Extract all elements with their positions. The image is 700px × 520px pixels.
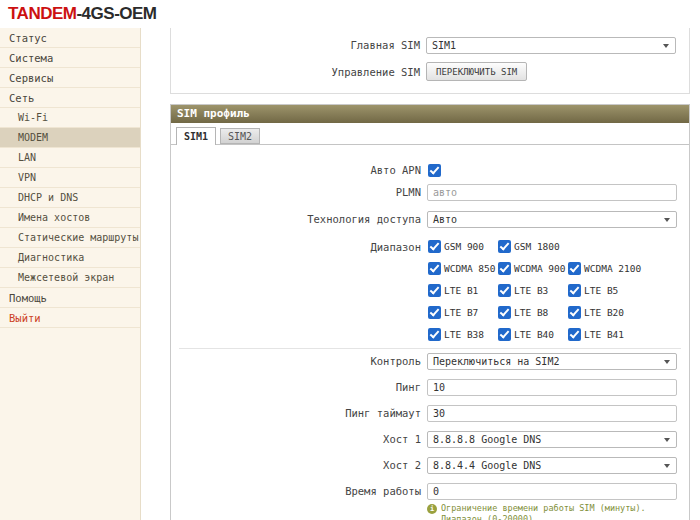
band-option[interactable]: LTE B38 [428,328,484,341]
app-header: TANDEM-4GS-OEM [0,0,700,28]
sim-control-label: Управление SIM [180,64,420,81]
band-row-lte-3: LTE B38 LTE B40 LTE B41 [428,328,678,342]
sidebar-item-logout[interactable]: Выйти [0,308,140,328]
band-checkbox[interactable] [428,284,441,297]
ping-input[interactable] [427,379,677,396]
band-row-wcdma: WCDMA 850 WCDMA 900 WCDMA 2100 [428,262,678,276]
band-checkbox[interactable] [428,306,441,319]
sidebar-item-diagnostics[interactable]: Диагностика [0,248,140,268]
band-checkbox[interactable] [498,306,511,319]
band-checkbox[interactable] [568,262,581,275]
band-checkbox[interactable] [498,284,511,297]
sidebar-item-status[interactable]: Статус [0,28,140,48]
band-option-label: LTE B38 [444,329,484,340]
sidebar-item-hostnames[interactable]: Имена хостов [0,208,140,228]
sidebar-nav: Статус Система Сервисы Сеть Wi-Fi MODEM … [0,28,141,520]
band-checkbox[interactable] [428,262,441,275]
band-option-label: LTE B1 [444,285,478,296]
sidebar-item-wifi[interactable]: Wi-Fi [0,108,140,128]
host2-select[interactable]: 8.8.4.4 Google DNS [427,457,677,474]
uptime-label: Время работы [181,483,421,500]
access-tech-select[interactable]: Авто [427,211,677,228]
plmn-input[interactable] [427,184,677,201]
band-option-label: GSM 900 [444,241,484,252]
logo: TANDEM-4GS-OEM [8,4,157,24]
band-checkbox[interactable] [568,328,581,341]
band-checkbox[interactable] [428,240,441,253]
access-tech-label: Технология доступа [181,211,421,228]
ping-timeout-label: Пинг таймаут [181,405,421,422]
band-option-label: LTE B5 [584,285,618,296]
band-option-label: LTE B8 [514,307,548,318]
band-option-label: LTE B3 [514,285,548,296]
band-checkbox[interactable] [498,262,511,275]
host1-label: Хост 1 [181,431,421,448]
logo-brand: TANDEM [8,4,76,23]
band-option[interactable]: LTE B1 [428,284,478,297]
sidebar-item-static-routes[interactable]: Статические маршруты [0,228,140,248]
band-option[interactable]: WCDMA 900 [498,262,565,275]
uptime-hint-text: Ограничение времени работы SIM (минуты).… [441,503,687,520]
uptime-input[interactable] [427,483,677,500]
ping-label: Пинг [181,379,421,396]
band-checkbox[interactable] [428,328,441,341]
band-option-label: LTE B41 [584,329,624,340]
band-option-label: LTE B40 [514,329,554,340]
band-option[interactable]: GSM 900 [428,240,484,253]
switch-sim-button[interactable]: ПЕРЕКЛЮЧИТЬ SIM [426,62,527,81]
band-option[interactable]: LTE B40 [498,328,554,341]
sim-profile-panel: SIM профиль SIM1 SIM2 Авто APN PLMN Техн… [170,104,690,520]
band-option[interactable]: LTE B41 [568,328,624,341]
info-icon: i [427,504,437,514]
band-option-label: LTE B20 [584,307,624,318]
control-label: Контроль [181,353,421,370]
band-option-label: WCDMA 900 [514,263,565,274]
sidebar-item-modem[interactable]: MODEM [0,128,140,148]
main-sim-label: Главная SIM [180,37,420,54]
band-option[interactable]: LTE B7 [428,306,478,319]
band-option[interactable]: WCDMA 850 [428,262,495,275]
band-checkbox[interactable] [498,240,511,253]
main-sim-select[interactable]: SIM1 [426,37,676,54]
band-row-gsm: GSM 900 GSM 1800 [428,240,678,254]
section-divider [179,348,681,349]
ping-timeout-input[interactable] [427,405,677,422]
host2-label: Хост 2 [181,457,421,474]
sidebar-item-system[interactable]: Система [0,48,140,68]
sidebar-item-services[interactable]: Сервисы [0,68,140,88]
sim-profile-title: SIM профиль [171,105,689,123]
auto-apn-label: Авто APN [181,162,421,179]
band-row-lte-2: LTE B7 LTE B8 LTE B20 [428,306,678,320]
band-option[interactable]: WCDMA 2100 [568,262,641,275]
sidebar-item-lan[interactable]: LAN [0,148,140,168]
band-option[interactable]: LTE B5 [568,284,618,297]
band-checkbox[interactable] [568,306,581,319]
uptime-hint: i Ограничение времени работы SIM (минуты… [427,503,687,520]
sidebar-item-network[interactable]: Сеть [0,88,140,108]
host1-select[interactable]: 8.8.8.8 Google DNS [427,431,677,448]
band-option[interactable]: LTE B8 [498,306,548,319]
band-row-lte-1: LTE B1 LTE B3 LTE B5 [428,284,678,298]
band-option[interactable]: LTE B20 [568,306,624,319]
sidebar-item-dhcp-dns[interactable]: DHCP и DNS [0,188,140,208]
band-option-label: LTE B7 [444,307,478,318]
tab-sim2[interactable]: SIM2 [220,128,260,144]
tabs-underline [171,144,689,145]
router-admin-page: TANDEM-4GS-OEM Статус Система Сервисы Се… [0,0,700,520]
sidebar-item-vpn[interactable]: VPN [0,168,140,188]
band-option-label: WCDMA 850 [444,263,495,274]
logo-suffix: -4GS-OEM [76,4,156,23]
band-checkbox[interactable] [568,284,581,297]
band-option[interactable]: LTE B3 [498,284,548,297]
band-option-label: GSM 1800 [514,241,560,252]
sidebar-item-help[interactable]: Помощь [0,288,140,308]
tab-sim1[interactable]: SIM1 [176,127,216,145]
plmn-label: PLMN [181,184,421,201]
control-select[interactable]: Переключиться на SIM2 [427,353,677,370]
auto-apn-checkbox[interactable] [428,164,441,177]
band-checkbox[interactable] [498,328,511,341]
band-label: Диапазон [181,239,421,256]
band-option-label: WCDMA 2100 [584,263,641,274]
band-option[interactable]: GSM 1800 [498,240,560,253]
sidebar-item-firewall[interactable]: Межсетевой экран [0,268,140,288]
